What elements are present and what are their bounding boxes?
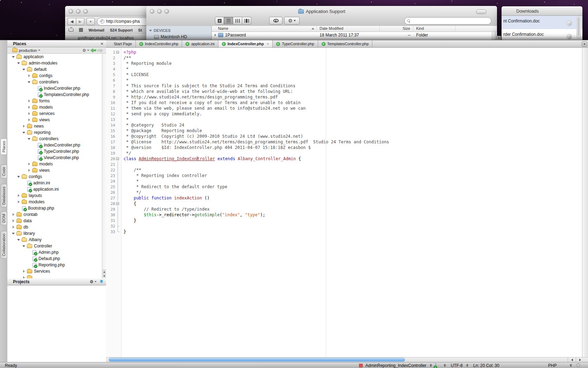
minimize-window-button[interactable] (76, 9, 80, 14)
magnifier-icon[interactable] (567, 21, 572, 26)
finder-search-field[interactable] (404, 17, 491, 25)
stepper-arrows-icon[interactable] (430, 364, 432, 367)
bookmark-item[interactable]: St (138, 28, 142, 32)
tree-item-crontab[interactable]: crontab (7, 211, 106, 218)
code-line[interactable]: /** (124, 167, 582, 173)
status-language[interactable]: PHP (548, 363, 557, 368)
column-view-button[interactable] (233, 17, 242, 25)
close-window-button[interactable] (69, 9, 73, 14)
scroll-right-button[interactable] (576, 357, 584, 362)
collapse-arrow-icon[interactable] (21, 132, 26, 134)
tree-item-models[interactable]: models (7, 161, 106, 167)
expand-arrow-icon[interactable] (16, 194, 21, 197)
code-line[interactable] (124, 223, 582, 229)
finder-titlebar[interactable]: Application Support ⚙ (146, 6, 497, 26)
code-line[interactable]: * @license http://www.studio24.net/terms… (124, 139, 582, 145)
collapse-arrow-icon[interactable] (16, 239, 21, 241)
fold-toggle-icon[interactable] (115, 156, 121, 162)
editor-tab-indexcontroller-php[interactable]: ✓IndexController.php× (218, 40, 273, 47)
list-view-button[interactable] (224, 17, 233, 25)
expand-arrow-icon[interactable] (11, 219, 16, 222)
code-line[interactable]: * which are available via the world-wide… (124, 89, 582, 94)
code-line[interactable]: * (124, 77, 582, 83)
forward-arrow-icon[interactable] (97, 48, 103, 53)
devices-section-header[interactable]: DEVICES (146, 28, 211, 33)
close-tab-icon[interactable]: × (267, 42, 269, 46)
expand-arrow-icon[interactable] (27, 169, 31, 172)
collapse-panel-icon[interactable] (100, 280, 103, 283)
top-sites-grid-icon[interactable] (79, 28, 83, 32)
code-line[interactable]: /** (124, 55, 582, 61)
collapse-arrow-icon[interactable] (27, 138, 31, 140)
tree-item-application-ini[interactable]: application.ini (7, 186, 106, 192)
tree-item-db[interactable]: db (7, 224, 106, 230)
bookmark-item[interactable]: Webmail (89, 28, 104, 32)
code-line[interactable]: * LICENSE (124, 72, 582, 77)
tree-item-controllers[interactable]: controllers (7, 79, 106, 85)
tree-item-modules[interactable]: modules (7, 199, 106, 205)
tree-item-data[interactable]: data (7, 218, 106, 224)
status-encoding[interactable]: UTF-8 (451, 363, 463, 368)
bookmarks-book-icon[interactable] (69, 28, 74, 32)
expand-arrow-icon[interactable] (16, 200, 21, 203)
expand-arrow-icon[interactable] (21, 125, 26, 128)
code-line[interactable]: * (124, 66, 582, 72)
tree-item-controllers[interactable]: controllers (7, 136, 106, 142)
tree-scrollbar[interactable] (102, 54, 106, 278)
gear-icon[interactable]: ⚙ (82, 48, 86, 53)
tree-item-views[interactable]: views (7, 167, 106, 173)
code-line[interactable]: * @category Studio 24 (124, 122, 582, 128)
expand-arrow-icon[interactable] (11, 226, 16, 229)
sidebar-item-macintosh-hd[interactable]: Macintosh HD (146, 34, 211, 39)
zoom-window-button[interactable] (83, 9, 88, 14)
fold-toggle-icon[interactable] (115, 49, 121, 55)
expand-arrow-icon[interactable] (27, 106, 31, 109)
column-header-size[interactable]: Size (380, 26, 413, 32)
tree-item-services[interactable]: services (7, 110, 106, 117)
tab-list-dropdown-button[interactable] (582, 41, 587, 47)
scroll-down-button[interactable] (102, 274, 106, 278)
side-tab-code[interactable]: Code (0, 164, 7, 178)
code-line[interactable]: public function indexAction () (124, 195, 582, 201)
tree-item-admin-php[interactable]: Admin.php (7, 249, 106, 255)
code-line[interactable]: * them via the web, please send an email… (124, 105, 582, 111)
scrollbar-thumb[interactable] (109, 358, 405, 362)
code-line[interactable]: * Redirect to the default order type (124, 184, 582, 190)
code-line[interactable]: } (124, 229, 582, 234)
back-arrow-icon[interactable] (90, 48, 96, 53)
back-button[interactable]: ◀ (68, 18, 76, 25)
collapse-arrow-icon[interactable] (16, 176, 21, 178)
quick-look-button[interactable] (269, 17, 282, 25)
tree-item-reporting[interactable]: reporting (7, 129, 106, 136)
side-tab-collaboration[interactable]: Collaboration (0, 231, 7, 259)
coverflow-view-button[interactable] (242, 17, 251, 25)
tree-item-typecontroller-php[interactable]: TypeController.php (7, 148, 106, 155)
tree-item-news[interactable]: news (7, 123, 106, 129)
code-line[interactable]: $this->_redirector->gotoSimple("index", … (124, 212, 582, 218)
stepper-arrows-icon[interactable] (570, 364, 572, 367)
tree-item[interactable] (7, 274, 106, 278)
editor-tab-indexcontroller-php[interactable]: ✓IndexController.php (136, 40, 182, 47)
code-line[interactable]: } (124, 218, 582, 223)
code-line[interactable]: * This source file is subject to the Stu… (124, 83, 582, 89)
downloads-scrollbar[interactable] (576, 16, 581, 39)
new-tab-button[interactable]: + (86, 18, 95, 25)
code-line[interactable] (124, 162, 582, 167)
code-line[interactable]: { (124, 201, 582, 206)
expand-arrow-icon[interactable] (27, 118, 31, 121)
tree-item-services[interactable]: Services (7, 268, 106, 274)
table-row[interactable]: 1Password18 March 2011 17:37--Folder (212, 32, 497, 38)
code-line[interactable]: */ (124, 190, 582, 195)
bookmark-item[interactable]: S24 Support (110, 28, 133, 32)
editor-tab-typecontroller-php[interactable]: ✓TypeController.php (273, 40, 318, 47)
stepper-arrows-icon[interactable] (444, 364, 446, 367)
code-line[interactable]: // Redirect to /type/index (124, 206, 582, 212)
code-editor[interactable]: 1234567891011121314151617181920212223242… (106, 48, 582, 357)
toolbar-toggle-button[interactable] (476, 9, 486, 14)
editor-vertical-scrollbar[interactable] (582, 48, 588, 357)
tree-item-forms[interactable]: forms (7, 98, 106, 104)
tree-item-controller[interactable]: Controller (7, 243, 106, 249)
disclosure-triangle-icon[interactable] (215, 34, 216, 36)
collapse-arrow-icon[interactable] (11, 56, 16, 58)
scrollbar-thumb[interactable] (577, 17, 580, 35)
